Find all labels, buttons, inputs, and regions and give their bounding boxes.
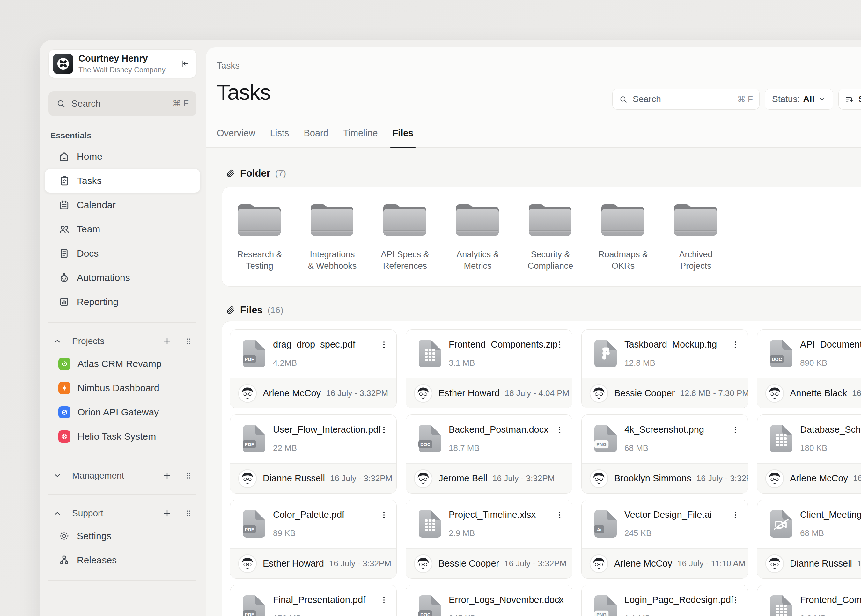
sidebar-item[interactable]: Tasks [45,169,200,193]
add-support-icon[interactable] [162,508,172,519]
file-type-pdf-icon: PDF [242,509,266,538]
file-card[interactable]: PDF Color_Palette.pdf 89 KB Esther Howar… [230,500,397,579]
kebab-menu-icon[interactable] [731,340,740,349]
sort-button[interactable]: Sort [838,89,861,110]
file-card[interactable]: PDF drag_drop_spec.pdf 4.2MB Arlene McCo… [230,329,397,409]
kebab-menu-icon[interactable] [731,595,740,605]
avatar [589,554,608,573]
sidebar-item[interactable]: Docs [49,241,196,266]
kebab-menu-icon[interactable] [731,425,740,435]
status-filter-dropdown[interactable]: Status: All [765,89,833,110]
sidebar-item[interactable]: Settings [49,524,196,548]
project-item[interactable]: Atlas CRM Revamp [49,352,196,376]
tab[interactable]: Board [304,128,328,147]
file-card[interactable]: Frontend_Components.zip 9.8 MB [757,585,861,616]
kebab-menu-icon[interactable] [555,340,564,349]
svg-text:DOC: DOC [772,357,782,362]
folder-item[interactable]: Roadmaps & OKRs [597,199,649,272]
file-name: Taskboard_Mockup.fig [624,339,717,350]
svg-text:PDF: PDF [245,612,254,616]
file-card[interactable]: DOC Backend_Postman.docx 18.7 MB Jerome … [405,415,572,493]
sidebar-item[interactable]: Automations [49,266,196,290]
sidebar: Courtney Henry The Walt Disney Company S… [39,39,205,616]
file-owner: Jerome Bell [438,473,487,484]
folder-item[interactable]: Security & Compliance [524,199,577,272]
chevron-up-icon[interactable] [53,509,62,518]
file-card[interactable]: Client_Meeting.mp4 68 MB Dianne Russell … [757,500,861,579]
kebab-menu-icon[interactable] [379,340,389,349]
file-card[interactable]: Project_Timeline.xlsx 2.9 MB Bessie Coop… [405,500,572,579]
folder-name: Integrations & Webhooks [306,249,358,272]
file-type-pdf-icon: PDF [242,424,266,453]
workspace-switcher[interactable]: Courtney Henry The Walt Disney Company [49,49,196,78]
project-item[interactable]: Helio Task System [49,424,196,449]
tab[interactable]: Timeline [343,128,378,147]
file-size: 9.8 MB [800,613,861,616]
divider [49,494,196,495]
management-group-header[interactable]: Management [49,465,196,486]
folder-icon [670,199,722,241]
file-card[interactable]: PDF Final_Presentation.pdf 156 MB [230,585,397,616]
kebab-menu-icon[interactable] [555,425,564,435]
sidebar-search[interactable]: Search ⌘ F [49,91,196,116]
add-project-icon[interactable] [162,336,172,346]
files-search-input[interactable]: Search ⌘ F [612,89,760,110]
file-card[interactable]: PNG 4k_Screenshot.png 68 MB Brooklyn Sim… [581,415,748,493]
kebab-menu-icon[interactable] [555,510,564,520]
tab[interactable]: Files [392,128,413,147]
file-date: 18 July - 4:04 PM [505,388,569,398]
file-card[interactable]: PDF User_Flow_Interaction.pdf 22 MB Dian… [230,415,397,493]
folder-item[interactable]: Analytics & Metrics [451,199,504,272]
drag-handle-icon[interactable] [184,471,193,481]
file-card[interactable]: Database_Schema.xlsx 180 KB Arlene McCoy… [757,415,861,493]
file-owner: Arlene McCoy [263,388,321,399]
drag-handle-icon[interactable] [184,509,193,518]
file-size: 68 MB [624,443,704,453]
project-label: Nimbus Dashboard [77,383,159,393]
support-group-header[interactable]: Support [49,503,196,524]
file-card[interactable]: DOC API_Documentation.docx 890 KB Annett… [757,329,861,409]
svg-text:DOC: DOC [420,612,431,616]
file-size: 245 KB [624,528,712,538]
file-card[interactable]: Taskboard_Mockup.fig 12.8 MB Bessie Coop… [581,329,748,409]
file-card[interactable]: PNG Login_Page_Redesign.pdf 1.1 MB [581,585,748,616]
file-card[interactable]: DOC Error_Logs_November.docx 245 KB [405,585,572,616]
sidebar-item[interactable]: Team [49,217,196,241]
svg-text:PNG: PNG [596,612,606,616]
project-item[interactable]: Nimbus Dashboard [49,376,196,400]
folder-item[interactable]: Research & Testing [233,199,286,272]
tab[interactable]: Overview [217,128,255,147]
kebab-menu-icon[interactable] [379,425,389,435]
file-name: Database_Schema.xlsx [800,424,861,435]
projects-group-header[interactable]: Projects [49,331,196,352]
sidebar-item[interactable]: Releases [49,548,196,572]
sidebar-item[interactable]: Home [49,145,196,169]
folder-item[interactable]: Integrations & Webhooks [306,199,358,272]
avatar [413,554,433,573]
file-card[interactable]: Frontend_Components.zip 3.1 MB Esther Ho… [405,329,572,409]
collapse-sidebar-icon[interactable] [179,59,190,69]
breadcrumb[interactable]: Tasks [217,61,861,71]
drag-handle-icon[interactable] [184,336,193,346]
file-type-doc-icon: DOC [418,424,441,453]
folder-item[interactable]: Archived Projects [670,199,722,272]
home-icon [58,151,70,162]
folder-name: Roadmaps & OKRs [597,249,649,272]
sidebar-item-label: Settings [77,531,111,541]
tab[interactable]: Lists [270,128,289,147]
kebab-menu-icon[interactable] [555,595,564,605]
kebab-menu-icon[interactable] [379,595,389,605]
sidebar-item[interactable]: Calendar [49,193,196,217]
kebab-menu-icon[interactable] [379,510,389,520]
folder-item[interactable]: API Specs & References [379,199,431,272]
chevron-up-icon[interactable] [53,337,62,346]
file-card[interactable]: Ai Vector Design_File.ai 245 KB Arlene M… [581,500,748,579]
project-item[interactable]: Orion API Gateway [49,400,196,424]
tasks-icon [59,175,70,187]
chevron-down-icon[interactable] [53,471,62,480]
kebab-menu-icon[interactable] [731,510,740,520]
files-count: (16) [267,305,283,315]
sidebar-item[interactable]: Reporting [49,290,196,314]
file-name: User_Flow_Interaction.pdf [273,424,381,435]
add-management-icon[interactable] [162,471,172,481]
